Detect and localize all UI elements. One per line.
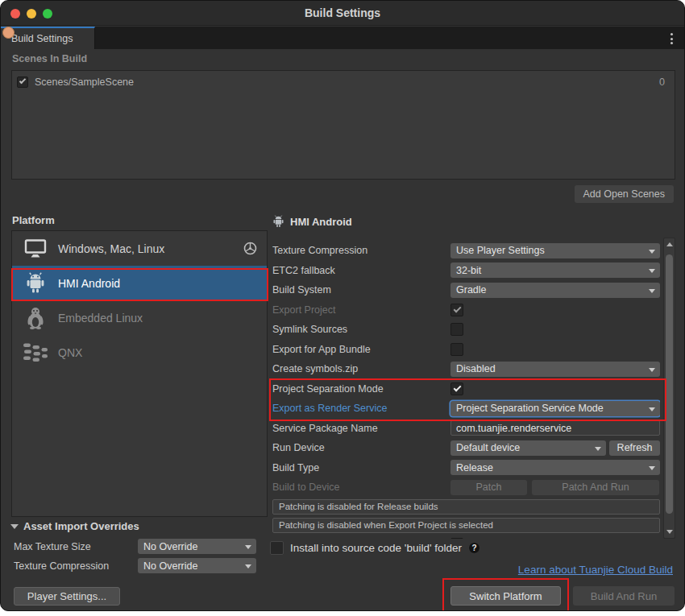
row-etc2-fallback: ETC2 fallback 32-bit (272, 261, 660, 281)
project-separation-checkbox[interactable] (450, 382, 463, 395)
dropdown-value: Release (456, 462, 493, 473)
setting-label: Export Project (272, 304, 450, 316)
tab-build-settings[interactable]: Build Settings (1, 27, 95, 49)
dropdown-value: Gradle (456, 284, 487, 296)
run-device-dropdown[interactable]: Default device (450, 440, 606, 456)
build-and-run-button[interactable]: Build And Run (573, 586, 675, 606)
tab-menu-kebab-icon[interactable] (669, 31, 675, 46)
setting-label: Symlink Sources (272, 324, 450, 335)
row-create-symbols: Create symbols.zip Disabled (272, 359, 660, 379)
build-type-dropdown[interactable]: Release (450, 460, 660, 475)
platform-item-hmi-android[interactable]: HMI Android (12, 266, 267, 300)
setting-label-link[interactable]: Export as Render Service (272, 403, 450, 414)
create-symbols-dropdown[interactable]: Disabled (450, 362, 660, 377)
export-project-checkbox[interactable] (450, 304, 463, 316)
chevron-down-icon (245, 564, 251, 568)
patch-button[interactable]: Patch (450, 480, 527, 495)
add-open-scenes-button[interactable]: Add Open Scenes (575, 185, 674, 203)
patch-and-run-button[interactable]: Patch And Run (532, 480, 659, 495)
scene-list-item[interactable]: Scenes/SampleScene 0 (17, 73, 670, 90)
setting-label: Build to Device (272, 482, 450, 493)
dropdown-value: 32-bit (456, 265, 481, 276)
drag-indicator-dot (2, 27, 15, 39)
tab-label: Build Settings (11, 33, 73, 44)
panel-title: HMI Android (290, 216, 352, 228)
settings-scroll-area: Texture Compression Use Player Settings … (272, 238, 660, 539)
row-install-source-build: Install into source code 'build' folder … (270, 541, 480, 555)
export-app-bundle-checkbox[interactable] (450, 343, 463, 356)
help-icon[interactable]: ? (468, 542, 480, 554)
row-project-separation-mode: Project Separation Mode (272, 379, 660, 399)
platform-header: Platform (12, 214, 55, 226)
chevron-down-icon (649, 269, 655, 273)
row-max-texture-size: Max Texture Size No Override (14, 539, 256, 554)
tuanjie-cloud-build-link[interactable]: Learn about Tuanjie Cloud Build (518, 564, 673, 576)
setting-label: Build Type (272, 462, 450, 473)
refresh-devices-button[interactable]: Refresh (609, 440, 660, 456)
chevron-down-icon (649, 289, 655, 293)
setting-label: Texture Compression (14, 560, 138, 572)
platform-item-qnx[interactable]: QNX (12, 335, 267, 370)
linux-penguin-icon (20, 307, 51, 329)
row-export-render-service: Export as Render Service Project Separat… (272, 399, 660, 419)
titlebar: Build Settings (1, 1, 684, 26)
aio-texture-compression-dropdown[interactable]: No Override (138, 558, 256, 573)
setting-label: Export for App Bundle (272, 344, 450, 355)
platform-label: HMI Android (58, 277, 120, 290)
internal-profiler-checkbox[interactable] (450, 538, 463, 540)
switch-platform-button[interactable]: Switch Platform (450, 586, 561, 606)
dropdown-value: No Override (143, 541, 197, 552)
dropdown-value: Project Separation Service Mode (456, 403, 604, 414)
setting-label: Service Package Name (272, 423, 450, 434)
max-texture-size-dropdown[interactable]: No Override (138, 539, 256, 554)
build-system-dropdown[interactable]: Gradle (450, 283, 660, 298)
scroll-down-icon[interactable] (666, 530, 673, 534)
platform-item-windows-mac-linux[interactable]: Windows, Mac, Linux (12, 231, 267, 266)
build-settings-window: Build Settings Build Settings Scenes In … (0, 0, 685, 611)
scenes-in-build-header: Scenes In Build (12, 53, 87, 64)
settings-scrollbar[interactable] (663, 238, 675, 539)
service-package-name-input[interactable]: com.tuanjie.renderservice (450, 420, 660, 436)
asset-import-overrides-title: Asset Import Overrides (23, 520, 139, 532)
scene-checkbox[interactable] (17, 76, 28, 88)
scroll-up-icon[interactable] (666, 242, 673, 246)
setting-label: Enable Internal Profiler (272, 538, 450, 540)
scrollbar-thumb[interactable] (666, 254, 673, 514)
row-texture-compression: Texture Compression Use Player Settings (272, 241, 660, 261)
symlink-sources-checkbox[interactable] (450, 323, 463, 336)
row-aio-texture-compression: Texture Compression No Override (14, 558, 256, 573)
platform-label: Embedded Linux (58, 312, 143, 325)
chevron-down-icon (649, 407, 655, 411)
dropdown-value: Use Player Settings (456, 245, 545, 256)
scenes-list[interactable]: Scenes/SampleScene 0 (11, 70, 675, 180)
platform-label: Windows, Mac, Linux (58, 242, 164, 255)
active-platform-badge-icon (243, 242, 257, 258)
chevron-down-icon (649, 368, 655, 372)
install-build-folder-checkbox[interactable] (270, 541, 284, 555)
export-render-service-dropdown[interactable]: Project Separation Service Mode (450, 401, 660, 416)
platform-item-embedded-linux[interactable]: Embedded Linux (12, 300, 267, 335)
row-build-system: Build System Gradle (272, 280, 660, 300)
row-export-app-bundle: Export for App Bundle (272, 340, 660, 360)
desktop-monitor-icon (20, 238, 51, 259)
qnx-blackberry-icon (20, 343, 51, 362)
row-run-device: Run Device Default device Refresh (272, 438, 660, 458)
row-internal-profiler: Enable Internal Profiler (272, 536, 660, 540)
asset-import-overrides-foldout[interactable]: Asset Import Overrides (10, 520, 139, 532)
player-settings-button[interactable]: Player Settings... (14, 587, 120, 606)
window-title: Build Settings (1, 6, 684, 19)
texture-compression-dropdown[interactable]: Use Player Settings (450, 243, 660, 258)
row-build-to-device: Build to Device Patch Patch And Run (272, 478, 660, 498)
scene-build-index: 0 (659, 76, 665, 88)
row-symlink-sources: Symlink Sources (272, 320, 660, 340)
etc2-fallback-dropdown[interactable]: 32-bit (450, 263, 660, 278)
chevron-down-icon (649, 250, 655, 254)
tab-strip: Build Settings (1, 27, 684, 49)
info-patching-export: Patching is disabled when Export Project… (272, 518, 660, 533)
row-build-type: Build Type Release (272, 458, 660, 478)
dropdown-value: No Override (143, 560, 197, 572)
setting-label: Create symbols.zip (272, 363, 450, 374)
setting-label: Run Device (272, 442, 450, 453)
dropdown-value: Disabled (456, 363, 496, 374)
android-robot-icon (272, 215, 284, 228)
